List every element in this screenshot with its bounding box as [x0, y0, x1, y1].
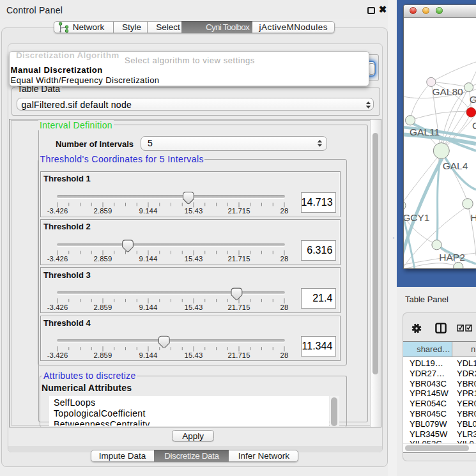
- svg-text:GAL80: GAL80: [432, 86, 463, 97]
- svg-text:GAL11: GAL11: [410, 127, 440, 137]
- svg-text:GCY1: GCY1: [404, 212, 429, 223]
- svg-text:C: C: [472, 120, 476, 131]
- svg-text:HAP2: HAP2: [439, 252, 465, 263]
- svg-text:GAL4: GAL4: [443, 160, 468, 171]
- svg-text:HA: HA: [470, 212, 476, 223]
- svg-text:GA: GA: [470, 94, 476, 105]
